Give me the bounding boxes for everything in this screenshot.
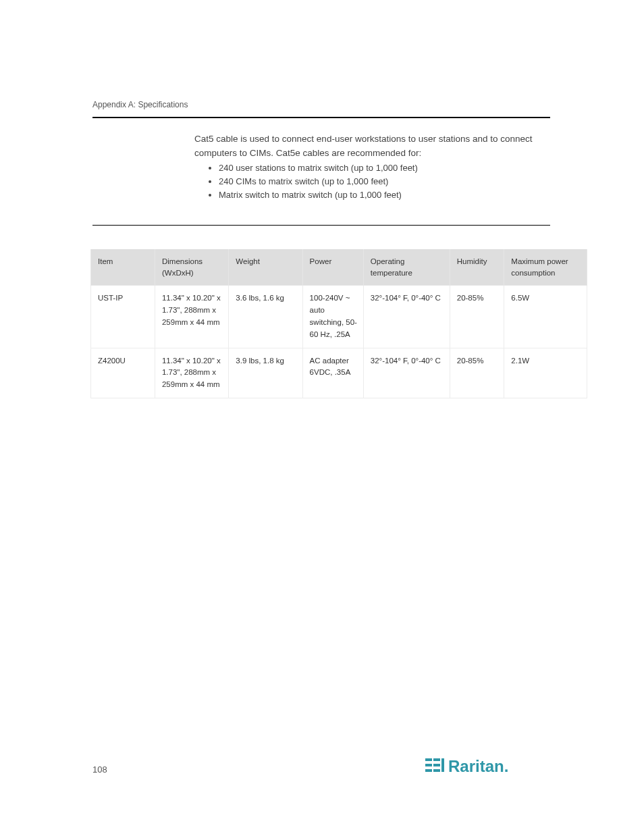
- col-header-item: Item: [91, 249, 155, 286]
- cell-max-power: 2.1W: [504, 348, 587, 398]
- cell-temperature: 32°-104° F, 0°-40° C: [363, 348, 450, 398]
- cell-dimensions: 11.34" x 10.20" x 1.73", 288mm x 259mm x…: [155, 286, 228, 348]
- cell-humidity: 20-85%: [450, 348, 504, 398]
- col-header-power: Power: [302, 249, 363, 286]
- svg-rect-5: [433, 769, 440, 772]
- svg-rect-2: [425, 769, 432, 772]
- table-row: UST-IP 11.34" x 10.20" x 1.73", 288mm x …: [91, 286, 587, 348]
- svg-rect-0: [425, 758, 432, 761]
- cell-power: 100-240V ~ auto switching, 50-60 Hz, .25…: [302, 286, 363, 348]
- cell-item: UST-IP: [91, 286, 155, 348]
- specs-table: Item Dimensions (WxDxH) Weight Power Ope…: [90, 249, 587, 398]
- brand-name: Raritan.: [448, 757, 508, 775]
- col-header-weight: Weight: [229, 249, 302, 286]
- cell-humidity: 20-85%: [450, 286, 504, 348]
- col-header-dimensions: Dimensions (WxDxH): [155, 249, 228, 286]
- col-header-max-power: Maximum power consumption: [504, 249, 587, 286]
- cell-weight: 3.9 lbs, 1.8 kg: [229, 348, 302, 398]
- cell-temperature: 32°-104° F, 0°-40° C: [363, 286, 450, 348]
- bullet-item: Matrix switch to matrix switch (up to 1,…: [219, 190, 418, 200]
- cell-dimensions: 11.34" x 10.20" x 1.73", 288mm x 259mm x…: [155, 348, 228, 398]
- bullet-item: 240 user stations to matrix switch (up t…: [219, 163, 418, 173]
- cell-item: Z4200U: [91, 348, 155, 398]
- svg-rect-6: [441, 758, 444, 772]
- appendix-label: Appendix A: Specifications: [92, 100, 188, 109]
- rule-top: [92, 117, 550, 118]
- table-row: Z4200U 11.34" x 10.20" x 1.73", 288mm x …: [91, 348, 587, 398]
- bullet-item: 240 CIMs to matrix switch (up to 1,000 f…: [219, 176, 418, 186]
- document-page: Appendix A: Specifications Cat5 cable is…: [0, 0, 644, 834]
- cell-weight: 3.6 lbs, 1.6 kg: [229, 286, 302, 348]
- svg-rect-1: [425, 764, 432, 766]
- bullet-list: 240 user stations to matrix switch (up t…: [208, 163, 418, 203]
- table-header-row: Item Dimensions (WxDxH) Weight Power Ope…: [91, 249, 587, 286]
- col-header-temperature: Operating temperature: [363, 249, 450, 286]
- col-header-humidity: Humidity: [450, 249, 504, 286]
- raritan-logo-icon: Raritan.: [425, 754, 537, 779]
- svg-rect-3: [433, 758, 440, 761]
- svg-rect-4: [433, 764, 440, 766]
- cell-power: AC adapter 6VDC, .35A: [302, 348, 363, 398]
- rule-mid: [92, 225, 550, 226]
- brand-logo: Raritan.: [425, 754, 537, 781]
- page-number: 108: [92, 764, 107, 775]
- intro-paragraph: Cat5 cable is used to connect end-user w…: [194, 132, 545, 161]
- cell-max-power: 6.5W: [504, 286, 587, 348]
